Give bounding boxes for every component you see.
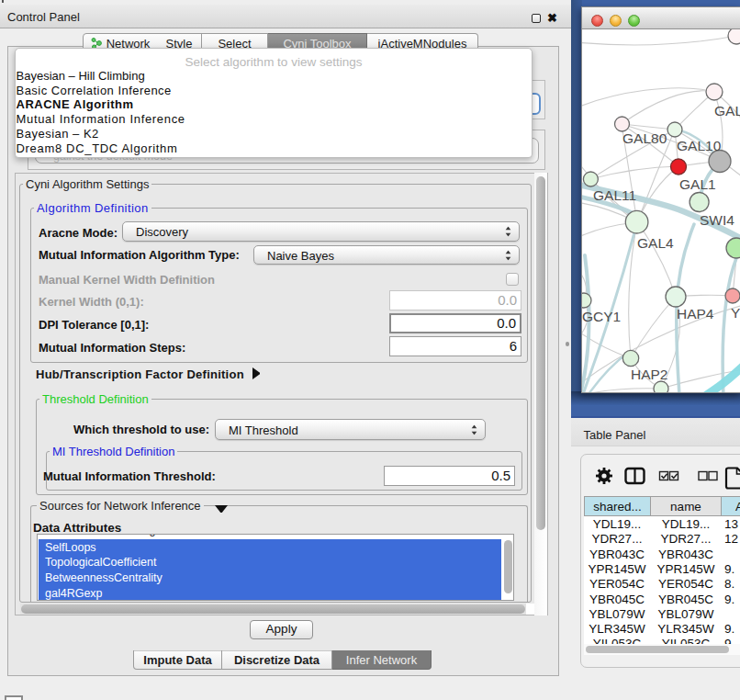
svg-text:GCY1: GCY1 [582, 309, 621, 324]
svg-text:SWI4: SWI4 [700, 212, 734, 228]
svg-text:HAP4: HAP4 [677, 306, 714, 322]
svg-text:GAL10: GAL10 [677, 138, 722, 153]
svg-text:GAL80: GAL80 [622, 130, 667, 146]
svg-text:GAL2: GAL2 [714, 103, 740, 119]
svg-text:GAL4: GAL4 [637, 235, 674, 251]
svg-text:GAL11: GAL11 [593, 187, 636, 203]
svg-text:YE: YE [731, 305, 740, 321]
svg-text:GAL1: GAL1 [679, 176, 716, 192]
svg-text:HAP2: HAP2 [631, 367, 668, 382]
